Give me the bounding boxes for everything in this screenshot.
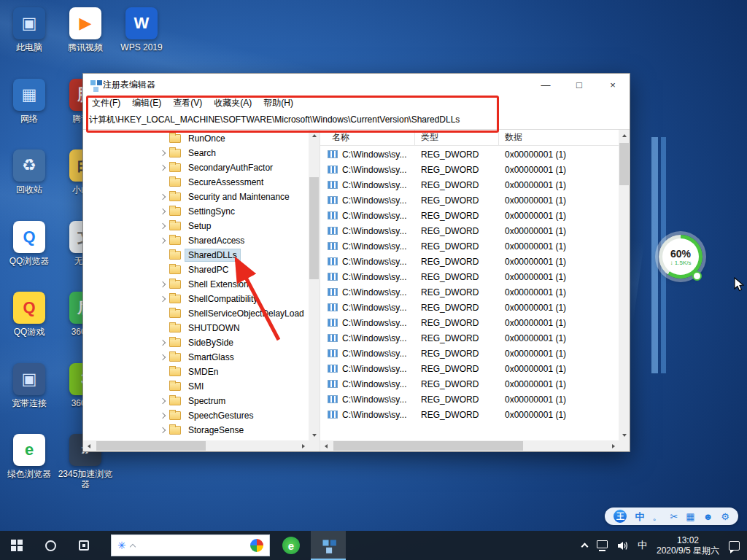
value-name-cell[interactable]: C:\Windows\sy... xyxy=(320,211,415,221)
ime-punctuation-toggle[interactable]: 。 xyxy=(652,512,662,521)
tree-horizontal-scrollbar[interactable] xyxy=(83,440,309,451)
value-name-cell[interactable]: C:\Windows\sy... xyxy=(320,287,415,298)
registry-value-row[interactable]: C:\Windows\sy... REG_DWORD 0x00000001 (1… xyxy=(320,238,619,254)
tree-item-label[interactable]: Shell Extension xyxy=(185,279,252,290)
expand-chevron-icon[interactable] xyxy=(159,355,168,359)
tree-item-label[interactable]: SMDEn xyxy=(185,366,221,378)
ime-language-indicator[interactable]: 中 xyxy=(638,539,647,552)
tree-item[interactable]: Setup xyxy=(83,219,309,233)
tree-item-label[interactable]: SharedDLLs xyxy=(185,249,240,261)
scrollbar-thumb[interactable] xyxy=(96,441,206,451)
tree-item-label[interactable]: SecondaryAuthFactor xyxy=(185,162,276,174)
registry-value-row[interactable]: C:\Windows\sy... REG_DWORD 0x00000001 (1… xyxy=(320,254,619,269)
tree-item[interactable]: Search xyxy=(83,146,309,160)
expand-chevron-icon[interactable] xyxy=(159,428,168,432)
tree-item[interactable]: Spectrum xyxy=(83,394,309,408)
value-name-cell[interactable]: C:\Windows\sy... xyxy=(320,349,415,359)
tree-item[interactable]: SHUTDOWN xyxy=(83,321,309,335)
ime-logo-icon[interactable]: 王 xyxy=(614,510,627,523)
minimize-button[interactable]: — xyxy=(529,74,562,96)
desktop-icon-image[interactable]: ▣ xyxy=(13,363,45,395)
scroll-left-button[interactable] xyxy=(83,440,94,451)
desktop-icon-image[interactable]: ▦ xyxy=(13,79,45,111)
registry-value-row[interactable]: C:\Windows\sy... REG_DWORD 0x00000001 (1… xyxy=(320,208,619,223)
menu-item[interactable]: 帮助(H) xyxy=(258,96,299,111)
tree-item-label[interactable]: SharedAccess xyxy=(185,235,247,246)
cortana-button[interactable] xyxy=(34,531,67,560)
tree-item-label[interactable]: SideBySide xyxy=(185,337,236,349)
user-icon[interactable]: ☻ xyxy=(703,512,713,521)
tree-item[interactable]: StorageSense xyxy=(83,423,309,438)
action-center-icon[interactable] xyxy=(729,541,740,551)
tree-item-label[interactable]: ShellCompatibility xyxy=(185,293,260,305)
volume-icon[interactable] xyxy=(617,541,628,551)
expand-chevron-icon[interactable] xyxy=(159,224,168,228)
menu-item[interactable]: 查看(V) xyxy=(167,96,208,111)
value-name-cell[interactable]: C:\Windows\sy... xyxy=(320,257,415,267)
expand-chevron-icon[interactable] xyxy=(159,282,168,287)
desktop-icon-image[interactable]: ▶ xyxy=(69,7,101,39)
desktop-icon-image[interactable]: ▣ xyxy=(13,7,45,39)
expand-chevron-icon[interactable] xyxy=(159,413,168,418)
registry-value-row[interactable]: C:\Windows\sy... REG_DWORD 0x00000001 (1… xyxy=(320,147,619,162)
tree-item[interactable]: SpeechGestures xyxy=(83,408,309,423)
desktop-icon-image[interactable]: ♻ xyxy=(13,149,45,182)
expand-chevron-icon[interactable] xyxy=(159,151,168,155)
network-icon[interactable] xyxy=(597,540,608,548)
scroll-up-button[interactable] xyxy=(619,130,630,141)
desktop-icon[interactable]: Q QQ浏览器 xyxy=(1,221,57,266)
list-horizontal-scrollbar[interactable] xyxy=(320,440,619,451)
registry-value-row[interactable]: C:\Windows\sy... REG_DWORD 0x00000001 (1… xyxy=(320,162,619,177)
menu-item[interactable]: 编辑(E) xyxy=(126,96,167,111)
search-engine-icon[interactable] xyxy=(250,539,263,552)
menu-item[interactable]: 文件(F) xyxy=(86,96,126,111)
scrollbar-thumb[interactable] xyxy=(619,143,629,185)
tree-item-label[interactable]: SettingSync xyxy=(185,206,238,217)
tree-vertical-scrollbar[interactable] xyxy=(309,130,320,440)
tree-item-label[interactable]: SHUTDOWN xyxy=(185,322,243,334)
registry-value-row[interactable]: C:\Windows\sy... REG_DWORD 0x00000001 (1… xyxy=(320,407,619,422)
desktop-icon[interactable]: W WPS 2019 xyxy=(114,7,169,52)
value-name-cell[interactable]: C:\Windows\sy... xyxy=(320,180,415,190)
tree-item-label[interactable]: SecureAssessment xyxy=(185,176,266,188)
expand-chevron-icon[interactable] xyxy=(159,209,168,214)
value-name-cell[interactable]: C:\Windows\sy... xyxy=(320,318,415,328)
tree-item[interactable]: SmartGlass xyxy=(83,350,309,365)
tree-item-label[interactable]: Search xyxy=(185,147,219,159)
speed-badge-handle[interactable] xyxy=(692,271,702,281)
close-button[interactable]: × xyxy=(596,74,630,96)
desktop-icon[interactable]: ▣ 此电脑 xyxy=(1,7,57,52)
desktop-icon[interactable]: ▣ 宽带连接 xyxy=(1,363,57,408)
scroll-down-button[interactable] xyxy=(309,429,320,440)
registry-value-row[interactable]: C:\Windows\sy... REG_DWORD 0x00000001 (1… xyxy=(320,269,619,284)
taskbar-app-regedit-active[interactable] xyxy=(311,531,346,560)
desktop-icon-image[interactable]: Q xyxy=(13,221,45,253)
value-name-cell[interactable]: C:\Windows\sy... xyxy=(320,303,415,313)
desktop-icon-image[interactable]: Q xyxy=(13,292,45,324)
tree-item-label[interactable]: StorageSense xyxy=(185,424,247,436)
tree-item[interactable]: ShellCompatibility xyxy=(83,292,309,306)
tray-expand-chevron-icon[interactable] xyxy=(581,543,589,551)
tree-item[interactable]: SharedPC xyxy=(83,262,309,277)
tree-item[interactable]: SharedDLLs xyxy=(83,248,309,262)
tree-item[interactable]: RunOnce xyxy=(83,131,309,146)
address-bar[interactable]: 计算机\HKEY_LOCAL_MACHINE\SOFTWARE\Microsof… xyxy=(83,111,630,130)
tree-item[interactable]: Shell Extension xyxy=(83,277,309,292)
scroll-down-button[interactable] xyxy=(619,429,630,440)
tree-item-label[interactable]: ShellServiceObjectDelayLoad xyxy=(185,308,307,319)
start-button[interactable] xyxy=(0,531,34,560)
value-name-cell[interactable]: C:\Windows\sy... xyxy=(320,226,415,236)
expand-chevron-icon[interactable] xyxy=(159,341,168,345)
desktop-icon-image[interactable]: e xyxy=(13,434,45,466)
desktop-icon[interactable]: e 绿色浏览器 xyxy=(1,434,57,479)
registry-value-row[interactable]: C:\Windows\sy... REG_DWORD 0x00000001 (1… xyxy=(320,192,619,208)
tree-item[interactable]: SMI xyxy=(83,379,309,394)
scissors-icon[interactable]: ✂ xyxy=(670,512,678,521)
desktop-icon[interactable]: ▦ 网络 xyxy=(1,79,57,124)
task-view-button[interactable] xyxy=(67,531,101,560)
tree-item-label[interactable]: SMI xyxy=(185,381,206,392)
scroll-right-button[interactable] xyxy=(298,440,309,451)
list-vertical-scrollbar[interactable] xyxy=(619,130,630,440)
desktop-icon[interactable]: Q QQ游戏 xyxy=(1,292,57,337)
expand-chevron-icon[interactable] xyxy=(159,238,168,243)
